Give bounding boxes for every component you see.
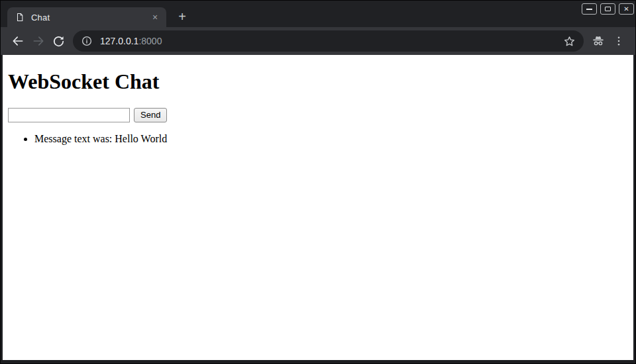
close-button[interactable]: ✕ xyxy=(619,3,634,15)
message-input[interactable] xyxy=(8,108,130,122)
tab-chat[interactable]: Chat × xyxy=(7,7,166,27)
minimize-icon xyxy=(586,9,592,10)
close-icon: ✕ xyxy=(623,6,629,13)
document-icon xyxy=(15,13,25,22)
url-port: :8000 xyxy=(138,36,162,46)
reload-icon xyxy=(52,35,65,48)
window-controls: ✕ xyxy=(582,3,634,15)
three-dot-menu-icon xyxy=(613,35,625,47)
chat-form: Send xyxy=(8,108,628,122)
maximize-button[interactable] xyxy=(600,3,615,15)
address-bar[interactable]: 127.0.0.1:8000 xyxy=(73,30,584,52)
message-item: Message text was: Hello World xyxy=(34,133,628,145)
url-text: 127.0.0.1:8000 xyxy=(100,36,559,46)
reload-button[interactable] xyxy=(48,31,69,52)
back-button[interactable] xyxy=(7,31,28,52)
browser-window: Chat × + ✕ xyxy=(0,0,636,364)
maximize-icon xyxy=(605,7,611,11)
send-button[interactable]: Send xyxy=(134,108,167,122)
browser-menu-button[interactable] xyxy=(608,31,629,52)
incognito-indicator xyxy=(588,31,608,52)
tab-close-icon[interactable]: × xyxy=(149,11,161,23)
tab-strip: Chat × + ✕ xyxy=(1,1,635,27)
message-list: Message text was: Hello World xyxy=(8,133,628,145)
back-arrow-icon xyxy=(11,34,25,48)
url-host: 127.0.0.1 xyxy=(100,36,138,46)
new-tab-button[interactable]: + xyxy=(173,7,191,26)
page-content: WebSocket Chat Send Message text was: He… xyxy=(3,55,633,360)
incognito-icon xyxy=(591,34,606,48)
bookmark-star-icon[interactable] xyxy=(563,35,576,48)
minimize-button[interactable] xyxy=(582,3,597,15)
tab-title: Chat xyxy=(31,13,149,23)
forward-arrow-icon xyxy=(32,34,45,48)
site-info-icon[interactable] xyxy=(81,35,93,47)
page-title: WebSocket Chat xyxy=(8,69,628,94)
browser-toolbar: 127.0.0.1:8000 xyxy=(1,27,635,55)
forward-button[interactable] xyxy=(28,31,48,52)
